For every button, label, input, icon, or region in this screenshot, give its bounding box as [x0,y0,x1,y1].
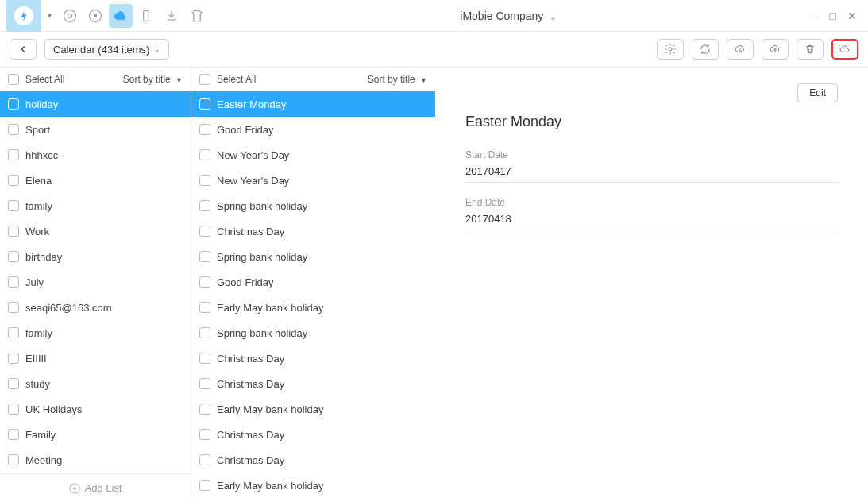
list-item[interactable]: family [0,320,191,346]
list-item[interactable]: Christmas Day [191,218,435,244]
list-item[interactable]: Spring bank holiday [191,193,435,218]
list-item[interactable]: EIIIII [0,346,191,371]
list-item[interactable]: UK Holidays [0,396,191,422]
item-checkbox[interactable] [8,454,19,465]
phone-icon[interactable] [134,4,158,28]
music-icon[interactable] [58,4,82,28]
item-label: Easter Monday [217,98,286,110]
item-label: New Year's Day [217,175,289,187]
item-checkbox[interactable] [8,200,19,211]
select-all-checkbox[interactable] [8,74,19,85]
list-item[interactable]: New Year's Day [191,142,435,168]
item-checkbox[interactable] [199,124,210,135]
cloud-icon[interactable] [109,4,133,28]
list-item[interactable]: study [0,371,191,396]
cloud-sync-button[interactable] [831,39,858,60]
select-all-checkbox[interactable] [199,74,210,85]
minimize-button[interactable]: — [808,10,819,22]
item-checkbox[interactable] [8,327,19,338]
list-item[interactable]: Christmas Day [191,422,435,447]
maximize-button[interactable]: □ [830,10,836,22]
list-item[interactable]: Christmas Day [191,447,435,473]
list-item[interactable]: Christmas Day [191,371,435,396]
item-checkbox[interactable] [199,454,210,465]
device-tabs [58,4,209,28]
item-checkbox[interactable] [8,124,19,135]
account-dropdown-icon[interactable]: ▾ [48,11,52,20]
item-checkbox[interactable] [8,98,19,110]
refresh-button[interactable] [692,39,719,60]
list-item[interactable]: Good Friday [191,269,435,295]
download-icon[interactable] [160,4,183,28]
list-item[interactable]: Christmas Day [191,346,435,371]
list-item[interactable]: Early May bank holiday [191,396,435,422]
item-label: UK Holidays [25,404,83,415]
list-item[interactable]: Early May bank holiday [191,473,435,498]
item-label: Christmas Day [217,226,284,237]
list-item[interactable]: family [0,193,191,218]
item-checkbox[interactable] [8,404,19,415]
list-item[interactable]: Family [0,422,191,447]
item-checkbox[interactable] [199,378,210,389]
item-checkbox[interactable] [199,327,210,338]
list-item[interactable]: seaqi65@163.com [0,295,191,320]
item-checkbox[interactable] [8,302,19,313]
list-item[interactable]: Easter Monday [191,91,435,117]
item-checkbox[interactable] [199,175,210,186]
item-checkbox[interactable] [199,429,210,440]
list-item[interactable]: July [0,269,191,295]
list-item[interactable]: Elena [0,168,191,193]
item-checkbox[interactable] [8,226,19,237]
item-checkbox[interactable] [8,276,19,288]
item-checkbox[interactable] [199,226,210,237]
svg-point-1 [64,10,76,21]
close-button[interactable]: ✕ [847,10,857,22]
item-label: Early May bank holiday [217,302,323,314]
sort-button[interactable]: Sort by title ▼ [123,74,183,85]
tshirt-icon[interactable] [185,4,209,28]
list-item[interactable]: Spring bank holiday [191,244,435,269]
item-checkbox[interactable] [199,98,210,110]
item-checkbox[interactable] [8,378,19,389]
item-checkbox[interactable] [8,175,19,186]
sort-label: Sort by title [123,74,171,85]
item-checkbox[interactable] [199,480,210,491]
item-checkbox[interactable] [199,149,210,160]
item-label: seaqi65@163.com [25,302,112,314]
item-checkbox[interactable] [8,429,19,440]
list-item[interactable]: Good Friday [191,117,435,142]
sort-button[interactable]: Sort by title ▼ [368,74,427,85]
window-title[interactable]: iMobie Company ⌄ [209,10,808,22]
item-checkbox[interactable] [8,251,19,262]
list-item[interactable]: hhhxcc [0,142,191,168]
list-item[interactable]: Spring bank holiday [191,320,435,346]
event-title: Easter Monday [465,114,838,130]
edit-button[interactable]: Edit [797,83,838,102]
list-item[interactable]: Sport [0,117,191,142]
disc-icon[interactable] [83,4,107,28]
item-checkbox[interactable] [199,353,210,364]
list-item[interactable]: birthday [0,244,191,269]
item-label: holiday [25,98,58,110]
settings-button[interactable] [657,39,684,60]
item-checkbox[interactable] [199,404,210,415]
cloud-upload-button[interactable] [762,39,789,60]
list-item[interactable]: Early May bank holiday [191,295,435,320]
list-item[interactable]: New Year's Day [191,168,435,193]
svg-rect-5 [144,10,149,21]
item-checkbox[interactable] [199,200,210,211]
item-checkbox[interactable] [199,251,210,262]
delete-button[interactable] [797,39,824,60]
list-item[interactable]: Meeting [0,447,191,473]
breadcrumb[interactable]: Calendar (434 items) ⌄ [44,39,169,60]
list-header: Select All Sort by title ▼ [0,68,191,91]
cloud-download-button[interactable] [727,39,754,60]
back-button[interactable] [10,39,37,60]
list-item[interactable]: Work [0,218,191,244]
item-checkbox[interactable] [8,149,19,160]
add-list-button[interactable]: Add List [0,473,191,502]
item-checkbox[interactable] [199,276,210,288]
item-checkbox[interactable] [199,302,210,313]
list-item[interactable]: holiday [0,91,191,117]
item-checkbox[interactable] [8,353,19,364]
